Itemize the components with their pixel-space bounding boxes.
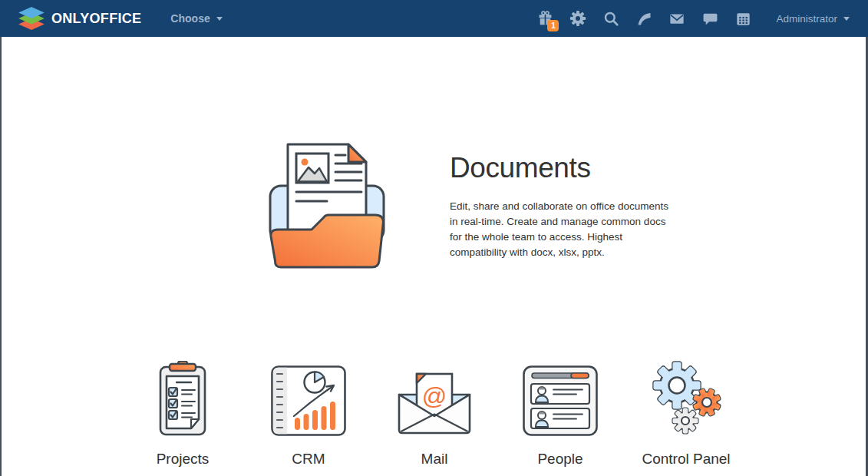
module-people[interactable]: People <box>497 359 623 468</box>
choose-dropdown[interactable]: Choose <box>170 12 222 25</box>
projects-clipboard-icon <box>159 361 206 436</box>
module-mail[interactable]: @ Mail <box>371 359 497 468</box>
chevron-down-icon <box>843 17 850 21</box>
documents-module-tile[interactable] <box>269 143 385 275</box>
modules-row: Projects <box>120 359 749 468</box>
top-navigation-bar: ONLYOFFICE Choose 1 <box>0 0 868 37</box>
gift-badge: 1 <box>547 20 559 31</box>
documents-folder-icon <box>269 143 385 275</box>
module-control-panel[interactable]: Control Panel <box>623 359 749 468</box>
gift-button[interactable]: 1 <box>535 8 555 28</box>
user-name-label: Administrator <box>776 13 837 25</box>
documents-description: Edit, share and collaborate on office do… <box>450 199 672 260</box>
feed-button[interactable] <box>634 8 654 28</box>
crm-chart-icon <box>271 365 346 436</box>
calendar-icon <box>735 11 751 27</box>
people-contacts-icon <box>523 365 598 436</box>
calendar-button[interactable] <box>733 8 753 28</box>
documents-hero-text: Documents Edit, share and collaborate on… <box>450 143 680 275</box>
user-menu[interactable]: Administrator <box>776 13 850 25</box>
mail-button[interactable] <box>667 8 687 28</box>
search-button[interactable] <box>601 8 621 28</box>
module-crm[interactable]: CRM <box>246 359 371 468</box>
chevron-down-icon <box>216 17 223 21</box>
settings-button[interactable] <box>568 8 588 28</box>
mail-envelope-icon: @ <box>396 372 473 436</box>
crm-label: CRM <box>292 451 325 468</box>
projects-label: Projects <box>157 451 210 468</box>
documents-title[interactable]: Documents <box>450 152 680 184</box>
talk-button[interactable] <box>700 8 720 28</box>
mail-icon <box>668 11 685 27</box>
feed-icon <box>636 11 652 27</box>
control-panel-gears-icon <box>649 359 723 436</box>
onlyoffice-layers-icon <box>18 7 45 30</box>
logo-text: ONLYOFFICE <box>51 11 141 27</box>
mail-art: @ <box>396 359 473 436</box>
module-projects[interactable]: Projects <box>120 359 246 468</box>
chat-bubble-icon <box>702 11 718 27</box>
control-panel-label: Control Panel <box>642 451 730 468</box>
control-panel-art <box>649 359 723 436</box>
gear-icon <box>569 10 586 27</box>
documents-hero: Documents Edit, share and collaborate on… <box>269 143 680 275</box>
svg-text:@: @ <box>422 382 447 410</box>
portal-page: ONLYOFFICE Choose 1 <box>0 0 868 476</box>
mail-label: Mail <box>421 451 448 468</box>
people-label: People <box>537 451 583 468</box>
window-border-left <box>0 37 2 476</box>
choose-label: Choose <box>170 12 210 25</box>
onlyoffice-logo[interactable]: ONLYOFFICE <box>18 7 141 30</box>
topbar-icon-group: 1 <box>535 8 753 28</box>
crm-art <box>271 359 346 436</box>
people-art <box>523 359 598 436</box>
search-icon <box>603 11 619 27</box>
projects-art <box>159 359 206 436</box>
